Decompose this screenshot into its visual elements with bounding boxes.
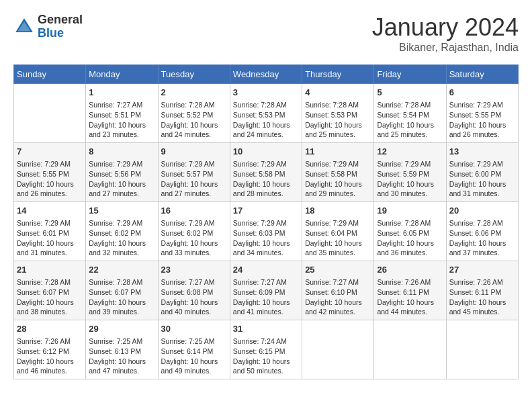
logo-text: General Blue [38, 13, 83, 40]
day-number: 20 [449, 205, 515, 217]
calendar-week-5: 28Sunrise: 7:26 AMSunset: 6:12 PMDayligh… [14, 320, 519, 379]
logo-icon [13, 16, 35, 38]
cell-content: Sunrise: 7:29 AMSunset: 6:00 PMDaylight:… [449, 159, 515, 199]
day-number: 8 [89, 146, 154, 158]
calendar-cell: 18Sunrise: 7:29 AMSunset: 6:04 PMDayligh… [302, 202, 374, 261]
calendar-cell: 24Sunrise: 7:27 AMSunset: 6:09 PMDayligh… [230, 261, 302, 320]
day-number: 13 [449, 146, 515, 158]
calendar-week-2: 7Sunrise: 7:29 AMSunset: 5:55 PMDaylight… [14, 143, 519, 202]
cell-content: Sunrise: 7:24 AMSunset: 6:15 PMDaylight:… [233, 336, 299, 376]
cell-content: Sunrise: 7:29 AMSunset: 5:56 PMDaylight:… [89, 159, 154, 199]
header-row: SundayMondayTuesdayWednesdayThursdayFrid… [14, 65, 519, 84]
day-number: 10 [233, 146, 299, 158]
header-day-monday: Monday [86, 65, 158, 84]
day-number: 23 [161, 264, 227, 276]
cell-content: Sunrise: 7:28 AMSunset: 6:05 PMDaylight:… [377, 218, 443, 258]
calendar-body: 1Sunrise: 7:27 AMSunset: 5:51 PMDaylight… [14, 84, 519, 379]
day-number: 19 [377, 205, 443, 217]
calendar-cell: 21Sunrise: 7:28 AMSunset: 6:07 PMDayligh… [14, 261, 86, 320]
calendar-cell: 19Sunrise: 7:28 AMSunset: 6:05 PMDayligh… [374, 202, 446, 261]
cell-content: Sunrise: 7:28 AMSunset: 5:52 PMDaylight:… [161, 100, 227, 140]
calendar-week-4: 21Sunrise: 7:28 AMSunset: 6:07 PMDayligh… [14, 261, 519, 320]
calendar-cell: 27Sunrise: 7:26 AMSunset: 6:11 PMDayligh… [446, 261, 518, 320]
cell-content: Sunrise: 7:29 AMSunset: 5:58 PMDaylight:… [305, 159, 371, 199]
cell-content: Sunrise: 7:29 AMSunset: 6:02 PMDaylight:… [161, 218, 227, 258]
calendar-cell: 22Sunrise: 7:28 AMSunset: 6:07 PMDayligh… [86, 261, 158, 320]
calendar-cell: 12Sunrise: 7:29 AMSunset: 5:59 PMDayligh… [374, 143, 446, 202]
title-section: January 2024 Bikaner, Rajasthan, India [372, 13, 519, 54]
day-number: 21 [17, 264, 83, 276]
day-number: 4 [305, 87, 371, 99]
cell-content: Sunrise: 7:28 AMSunset: 6:07 PMDaylight:… [89, 277, 154, 317]
calendar-cell: 6Sunrise: 7:29 AMSunset: 5:55 PMDaylight… [446, 84, 518, 143]
cell-content: Sunrise: 7:26 AMSunset: 6:11 PMDaylight:… [449, 277, 515, 317]
day-number: 15 [89, 205, 154, 217]
day-number: 6 [449, 87, 515, 99]
cell-content: Sunrise: 7:27 AMSunset: 6:08 PMDaylight:… [161, 277, 227, 317]
cell-content: Sunrise: 7:27 AMSunset: 5:51 PMDaylight:… [89, 100, 154, 140]
cell-content: Sunrise: 7:29 AMSunset: 6:01 PMDaylight:… [17, 218, 83, 258]
day-number: 17 [233, 205, 299, 217]
logo: General Blue [13, 13, 83, 40]
day-number: 3 [233, 87, 299, 99]
day-number: 11 [305, 146, 371, 158]
day-number: 9 [161, 146, 227, 158]
header-day-saturday: Saturday [446, 65, 518, 84]
cell-content: Sunrise: 7:28 AMSunset: 5:53 PMDaylight:… [233, 100, 299, 140]
calendar-cell [302, 320, 374, 379]
cell-content: Sunrise: 7:25 AMSunset: 6:14 PMDaylight:… [161, 336, 227, 376]
calendar-cell: 29Sunrise: 7:25 AMSunset: 6:13 PMDayligh… [86, 320, 158, 379]
day-number: 26 [377, 264, 443, 276]
calendar-cell: 11Sunrise: 7:29 AMSunset: 5:58 PMDayligh… [302, 143, 374, 202]
day-number: 18 [305, 205, 371, 217]
calendar-cell: 23Sunrise: 7:27 AMSunset: 6:08 PMDayligh… [158, 261, 230, 320]
cell-content: Sunrise: 7:28 AMSunset: 6:07 PMDaylight:… [17, 277, 83, 317]
calendar-cell: 5Sunrise: 7:28 AMSunset: 5:54 PMDaylight… [374, 84, 446, 143]
calendar-cell [14, 84, 86, 143]
cell-content: Sunrise: 7:29 AMSunset: 6:02 PMDaylight:… [89, 218, 154, 258]
calendar-cell: 10Sunrise: 7:29 AMSunset: 5:58 PMDayligh… [230, 143, 302, 202]
calendar-cell: 28Sunrise: 7:26 AMSunset: 6:12 PMDayligh… [14, 320, 86, 379]
calendar-week-1: 1Sunrise: 7:27 AMSunset: 5:51 PMDaylight… [14, 84, 519, 143]
cell-content: Sunrise: 7:29 AMSunset: 5:59 PMDaylight:… [377, 159, 443, 199]
cell-content: Sunrise: 7:29 AMSunset: 5:55 PMDaylight:… [449, 100, 515, 140]
header-day-sunday: Sunday [14, 65, 86, 84]
day-number: 28 [17, 323, 83, 335]
logo-blue-text: Blue [38, 27, 83, 40]
header-day-wednesday: Wednesday [230, 65, 302, 84]
calendar-week-3: 14Sunrise: 7:29 AMSunset: 6:01 PMDayligh… [14, 202, 519, 261]
calendar-cell: 17Sunrise: 7:29 AMSunset: 6:03 PMDayligh… [230, 202, 302, 261]
header: General Blue January 2024 Bikaner, Rajas… [13, 13, 519, 54]
day-number: 22 [89, 264, 154, 276]
day-number: 7 [17, 146, 83, 158]
calendar-cell: 4Sunrise: 7:28 AMSunset: 5:53 PMDaylight… [302, 84, 374, 143]
cell-content: Sunrise: 7:25 AMSunset: 6:13 PMDaylight:… [89, 336, 154, 376]
day-number: 29 [89, 323, 154, 335]
calendar-cell: 14Sunrise: 7:29 AMSunset: 6:01 PMDayligh… [14, 202, 86, 261]
cell-content: Sunrise: 7:29 AMSunset: 5:58 PMDaylight:… [233, 159, 299, 199]
calendar-cell: 25Sunrise: 7:27 AMSunset: 6:10 PMDayligh… [302, 261, 374, 320]
logo-general-text: General [38, 13, 83, 27]
cell-content: Sunrise: 7:27 AMSunset: 6:09 PMDaylight:… [233, 277, 299, 317]
cell-content: Sunrise: 7:29 AMSunset: 6:03 PMDaylight:… [233, 218, 299, 258]
calendar-cell: 30Sunrise: 7:25 AMSunset: 6:14 PMDayligh… [158, 320, 230, 379]
calendar-table: SundayMondayTuesdayWednesdayThursdayFrid… [13, 64, 519, 379]
day-number: 27 [449, 264, 515, 276]
calendar-cell [446, 320, 518, 379]
calendar-cell: 26Sunrise: 7:26 AMSunset: 6:11 PMDayligh… [374, 261, 446, 320]
day-number: 5 [377, 87, 443, 99]
header-day-friday: Friday [374, 65, 446, 84]
month-title: January 2024 [372, 13, 519, 42]
day-number: 16 [161, 205, 227, 217]
cell-content: Sunrise: 7:29 AMSunset: 5:57 PMDaylight:… [161, 159, 227, 199]
calendar-cell: 3Sunrise: 7:28 AMSunset: 5:53 PMDaylight… [230, 84, 302, 143]
calendar-cell: 9Sunrise: 7:29 AMSunset: 5:57 PMDaylight… [158, 143, 230, 202]
day-number: 12 [377, 146, 443, 158]
header-day-tuesday: Tuesday [158, 65, 230, 84]
cell-content: Sunrise: 7:29 AMSunset: 5:55 PMDaylight:… [17, 159, 83, 199]
calendar-cell: 8Sunrise: 7:29 AMSunset: 5:56 PMDaylight… [86, 143, 158, 202]
calendar-cell: 20Sunrise: 7:28 AMSunset: 6:06 PMDayligh… [446, 202, 518, 261]
cell-content: Sunrise: 7:27 AMSunset: 6:10 PMDaylight:… [305, 277, 371, 317]
day-number: 24 [233, 264, 299, 276]
calendar-cell: 16Sunrise: 7:29 AMSunset: 6:02 PMDayligh… [158, 202, 230, 261]
